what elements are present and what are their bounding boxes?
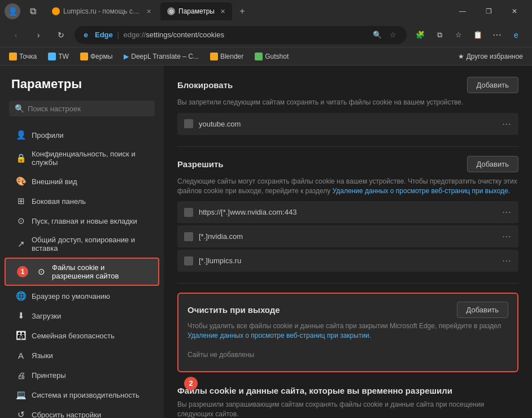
maximize-button[interactable]: ❐	[476, 2, 502, 20]
bookmark-blender-label: Blender	[220, 53, 243, 60]
main-content: Параметры 🔍 👤 Профили 🔒 Конфиденциальнос…	[0, 66, 532, 418]
title-bar-controls: — ❐ ✕	[450, 2, 527, 20]
bookmark-blender-icon	[210, 53, 218, 60]
bookmark-gutshot-label: Gutshot	[265, 53, 289, 60]
divider-1	[177, 146, 518, 147]
nav-bar: ‹ › ↻ e Edge | edge://settings/content/c…	[0, 23, 532, 47]
tab-2-close[interactable]: ✕	[220, 8, 225, 15]
allow-desc: Следующие сайты могут сохранять файлы co…	[177, 177, 518, 196]
more-menu-icon[interactable]: ⋯	[488, 26, 506, 44]
block-section-header: Блокировать Добавить	[177, 77, 518, 93]
edge-logo: e	[81, 31, 90, 40]
block-add-button[interactable]: Добавить	[467, 77, 518, 93]
address-protocol: edge://	[123, 31, 146, 39]
bookmark-blender[interactable]: Blender	[206, 50, 248, 63]
allow-site-more-1[interactable]: ⋯	[502, 231, 512, 242]
clear-desc-link[interactable]: Удаление данных о просмотре веб-страниц …	[187, 332, 371, 339]
search-input[interactable]	[28, 104, 149, 113]
collections-icon[interactable]: 📋	[469, 26, 487, 44]
allow-site-icon-2	[184, 256, 193, 265]
sidebar-item-languages[interactable]: A Языки	[5, 346, 159, 365]
address-bar[interactable]: e Edge | edge://settings/content/cookies…	[75, 26, 407, 44]
sidebar-item-sidebar[interactable]: ⊞ Боковая панель	[5, 191, 159, 211]
sidebar-item-system[interactable]: 💻 Система и производительность	[5, 385, 159, 404]
sidebar-item-default-label: Браузер по умолчанию	[32, 292, 110, 301]
sidebar-item-cookies[interactable]: 1 ⊙ Файлы cookie и разрешения сайтов	[5, 258, 159, 286]
sidebar-item-profiles[interactable]: 👤 Профили	[5, 125, 159, 145]
allow-section-header: Разрешить Добавить	[177, 156, 518, 172]
new-tab-button[interactable]: +	[234, 3, 250, 19]
allow-title: Разрешить	[177, 159, 224, 169]
allow-site-icon-1	[184, 232, 193, 241]
temp-section: Файлы cookie и данные сайта, которые вы …	[177, 386, 518, 418]
clear-section-header: Очистить при выходе Добавить	[187, 302, 508, 318]
sidebar-item-downloads-label: Загрузки	[32, 312, 61, 320]
bookmark-tw[interactable]: TW	[43, 50, 73, 63]
sidebar-item-system-label: Система и производительность	[32, 391, 139, 399]
user-avatar[interactable]: 👤	[5, 3, 20, 19]
nav-right-icons: 🧩 ⧉ ☆ 📋 ⋯ e	[411, 26, 525, 44]
allow-site-name-2: [*.]lumpics.ru	[199, 256, 496, 265]
divider-2	[177, 283, 518, 284]
tab-2-icon: ⚙	[167, 7, 175, 15]
tab-1-close[interactable]: ✕	[146, 8, 151, 15]
sidebar-item-family-label: Семейная безопасность	[32, 332, 115, 340]
allow-add-button[interactable]: Добавить	[467, 156, 518, 172]
bookmark-other-label: Другое избранное	[466, 53, 523, 60]
bookmark-other[interactable]: ★ Другое избранное	[453, 50, 527, 63]
sidebar-item-downloads[interactable]: ⬇ Загрузки	[5, 306, 159, 325]
bookmark-tochka[interactable]: Точка	[5, 50, 41, 63]
tab-menu-icon[interactable]: ⧉	[25, 3, 41, 19]
allow-site-name-1: [*.]nvidia.com	[199, 232, 496, 241]
block-site-more-0[interactable]: ⋯	[502, 119, 512, 129]
right-panel: Блокировать Добавить Вы запретили следую…	[164, 66, 532, 418]
bookmark-deepl[interactable]: ▶ DeepL Translate – С...	[119, 50, 203, 63]
appearance-icon: 🎨	[16, 176, 26, 186]
sidebar-item-default[interactable]: 🌐 Браузер по умолчанию	[5, 286, 159, 306]
sidebar-item-new-tab[interactable]: ⊙ Пуск, главная и новые вкладки	[5, 211, 159, 230]
bookmark-tochka-label: Точка	[19, 53, 37, 60]
extensions-icon[interactable]: 🧩	[411, 26, 429, 44]
sidebar-item-profiles-label: Профили	[32, 131, 64, 140]
bookmark-gutshot[interactable]: Gutshot	[250, 50, 293, 63]
sidebar-item-printers[interactable]: 🖨 Принтеры	[5, 365, 159, 385]
allow-site-row-1: [*.]nvidia.com ⋯	[177, 225, 518, 247]
search-box[interactable]: 🔍	[9, 101, 155, 116]
sidebar-item-printers-label: Принтеры	[32, 371, 66, 380]
privacy-icon: 🔒	[16, 153, 26, 163]
sidebar-item-family[interactable]: 👨‍👩‍👧 Семейная безопасность	[5, 326, 159, 345]
split-icon[interactable]: ⧉	[430, 26, 448, 44]
tab-1[interactable]: Lumpics.ru - помощь с компьют... ✕	[45, 2, 158, 20]
bookmark-deepl-label: DeepL Translate – С...	[131, 53, 199, 60]
block-desc: Вы запретили следующим сайтам сохранять …	[177, 98, 518, 107]
sidebar-item-share-label: Общий доступ, копирование и вставка	[32, 236, 148, 252]
clear-add-button[interactable]: Добавить	[457, 302, 508, 318]
allow-site-row-0: https://[*.]www.nvidia.com:443 ⋯	[177, 201, 518, 223]
tab-2[interactable]: ⚙ Параметры ✕	[160, 2, 232, 20]
sidebar-item-reset[interactable]: ↺ Сбросить настройки	[5, 405, 159, 418]
search-addr-icon[interactable]: 🔍	[370, 28, 384, 42]
star-icon[interactable]: ☆	[386, 28, 400, 42]
sidebar-item-share[interactable]: ↗ Общий доступ, копирование и вставка	[5, 231, 159, 257]
allow-site-icon-0	[184, 208, 193, 217]
allow-site-more-0[interactable]: ⋯	[502, 207, 512, 217]
close-button[interactable]: ✕	[502, 2, 527, 20]
badge-2: 2	[184, 377, 198, 390]
tab-2-label: Параметры	[178, 7, 215, 15]
allow-desc-link[interactable]: Удаление данных о просмотре веб-страниц …	[333, 187, 510, 195]
browser-window: 👤 ⧉ Lumpics.ru - помощь с компьют... ✕ ⚙…	[0, 0, 532, 418]
clear-desc-text: Чтобы удалить все файлы cookie и данные …	[187, 322, 501, 330]
edge-icon[interactable]: e	[507, 26, 525, 44]
forward-button[interactable]: ›	[29, 26, 47, 44]
back-button[interactable]: ‹	[7, 26, 25, 44]
address-icons: 🔍 ☆	[370, 28, 400, 42]
sidebar-item-appearance[interactable]: 🎨 Внешний вид	[5, 172, 159, 191]
favorites-icon[interactable]: ☆	[450, 26, 468, 44]
address-path: settings/content/cookies	[146, 31, 224, 39]
sidebar-item-privacy[interactable]: 🔒 Конфиденциальность, поиск и службы	[5, 145, 159, 171]
refresh-button[interactable]: ↻	[52, 26, 70, 44]
minimize-button[interactable]: —	[450, 2, 476, 20]
allow-site-more-2[interactable]: ⋯	[502, 255, 512, 266]
bookmark-fermy[interactable]: Фермы	[76, 50, 117, 63]
bookmarks-bar: Точка TW Фермы ▶ DeepL Translate – С... …	[0, 47, 532, 66]
